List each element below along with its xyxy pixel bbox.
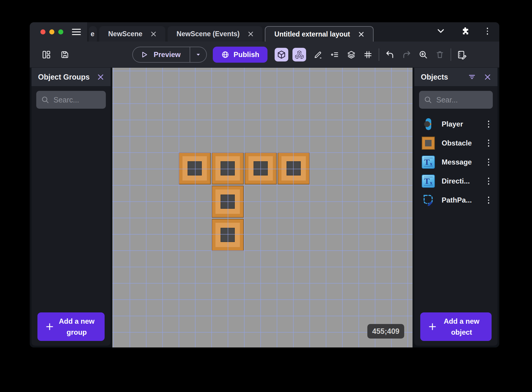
object-menu-icon-obstacle[interactable]	[487, 138, 491, 148]
minimize-window-button[interactable]	[49, 29, 54, 34]
object-row-directions[interactable]: Tx Directi...	[414, 172, 498, 191]
add-object-button[interactable]: Add a new object	[420, 312, 492, 341]
editor-content: Object Groups Add a new group	[30, 68, 499, 347]
dropdown-arrow-icon	[195, 51, 202, 58]
obstacle-instance[interactable]	[179, 152, 211, 184]
pencil-icon	[314, 50, 322, 59]
object-menu-icon-pathpaint[interactable]	[487, 195, 491, 205]
preview-button[interactable]: Preview	[132, 47, 207, 63]
edit-tool-button[interactable]	[311, 48, 325, 61]
object-name: PathPa...	[442, 196, 487, 204]
object-groups-panel: Object Groups Add a new group	[32, 68, 111, 346]
close-tab-icon[interactable]	[358, 31, 364, 37]
tab-label: e	[91, 30, 95, 38]
main-menu-icon[interactable]	[72, 29, 81, 35]
add-group-button[interactable]: Add a new group	[37, 312, 105, 341]
layers-button[interactable]	[345, 48, 358, 61]
toolbar: Preview Publish	[30, 42, 499, 68]
grid-icon	[363, 50, 372, 59]
preview-options-button[interactable]	[190, 47, 206, 62]
panel-title: Object Groups	[38, 73, 97, 81]
trash-icon	[435, 50, 444, 59]
close-tab-icon[interactable]	[151, 31, 156, 37]
obstacle-object-icon	[421, 136, 435, 150]
panel-title: Objects	[421, 73, 468, 81]
titlebar: e NewScene NewScene (Events) Untitled ex…	[30, 22, 499, 42]
search-input[interactable]	[436, 96, 488, 104]
edit-instances-toggle[interactable]	[292, 48, 306, 61]
publish-button[interactable]: Publish	[213, 47, 268, 63]
search-icon	[41, 96, 49, 104]
titlebar-actions	[436, 26, 489, 36]
cube-icon	[277, 50, 286, 59]
tab-label: Untitled external layout	[274, 30, 350, 38]
object-menu-icon-player[interactable]	[487, 119, 491, 129]
close-tab-icon[interactable]	[248, 31, 254, 37]
object-name: Obstacle	[442, 139, 487, 147]
object-groups-header: Object Groups	[32, 68, 111, 86]
object-row-obstacle[interactable]: Obstacle	[414, 134, 498, 153]
delete-button[interactable]	[433, 48, 446, 61]
tab-newscene-events[interactable]: NewScene (Events)	[168, 26, 262, 42]
cubes-icon	[294, 50, 304, 60]
close-panel-icon[interactable]	[97, 74, 104, 80]
redo-button[interactable]	[400, 48, 413, 61]
undo-icon	[385, 50, 395, 59]
window-controls	[30, 22, 87, 42]
obstacle-instance[interactable]	[212, 186, 244, 218]
objects-header: Objects	[414, 68, 498, 86]
text-object-icon: Tx	[421, 155, 435, 169]
grid-options-button[interactable]	[361, 48, 374, 61]
object-groups-search[interactable]	[36, 91, 106, 109]
close-window-button[interactable]	[40, 29, 45, 34]
add-object-label: Add a new object	[436, 316, 487, 338]
scene-canvas[interactable]: 455;409	[112, 68, 413, 347]
player-object-icon	[421, 117, 435, 131]
tab-bar: e NewScene NewScene (Events) Untitled ex…	[89, 26, 374, 42]
tab-label: NewScene	[108, 30, 142, 38]
zoom-in-icon	[418, 50, 428, 59]
obstacle-instance[interactable]	[212, 152, 244, 184]
save-button[interactable]	[58, 48, 71, 61]
undo-button[interactable]	[383, 48, 396, 61]
more-options-icon[interactable]	[486, 26, 489, 36]
object-row-message[interactable]: Tx Message	[414, 153, 498, 172]
chevron-down-icon[interactable]	[436, 27, 445, 36]
obstacle-instance[interactable]	[278, 152, 310, 184]
objects-panel: Objects Player	[414, 68, 498, 346]
extensions-puzzle-icon[interactable]	[461, 26, 470, 36]
instances-list-button[interactable]	[328, 48, 341, 61]
edit-objects-toggle[interactable]	[275, 48, 288, 61]
text-object-icon: Tx	[421, 174, 435, 188]
filter-icon[interactable]	[468, 73, 476, 81]
tab-truncated[interactable]: e	[89, 26, 97, 42]
path-paint-object-icon	[421, 193, 435, 207]
play-icon	[141, 51, 148, 59]
object-name: Player	[442, 120, 487, 128]
objects-search[interactable]	[419, 91, 493, 109]
gdevelop-window: e NewScene NewScene (Events) Untitled ex…	[30, 22, 499, 347]
edit-properties-button[interactable]	[455, 48, 468, 61]
close-panel-icon[interactable]	[484, 74, 491, 80]
plus-icon	[45, 322, 54, 331]
search-input[interactable]	[53, 96, 101, 104]
object-menu-icon-message[interactable]	[487, 157, 491, 167]
instances-list-icon	[330, 50, 339, 59]
preview-main-segment[interactable]: Preview	[133, 47, 190, 62]
object-groups-list	[32, 109, 111, 312]
open-project-manager-button[interactable]	[40, 48, 53, 61]
obstacle-instance[interactable]	[212, 219, 244, 251]
publish-label: Publish	[234, 50, 259, 59]
tab-newscene[interactable]: NewScene	[99, 26, 165, 42]
objects-list: Player Obstacle Tx Message	[414, 115, 498, 210]
redo-icon	[402, 50, 411, 59]
object-row-pathpaint[interactable]: PathPa...	[414, 191, 498, 210]
object-menu-icon-directions[interactable]	[487, 176, 491, 186]
maximize-window-button[interactable]	[58, 29, 63, 34]
plus-icon	[428, 322, 437, 331]
object-row-player[interactable]: Player	[414, 115, 498, 134]
add-group-label: Add a new group	[51, 316, 102, 338]
zoom-in-button[interactable]	[417, 48, 430, 61]
tab-untitled-external-layout[interactable]: Untitled external layout	[265, 26, 373, 42]
obstacle-instance[interactable]	[245, 152, 277, 184]
